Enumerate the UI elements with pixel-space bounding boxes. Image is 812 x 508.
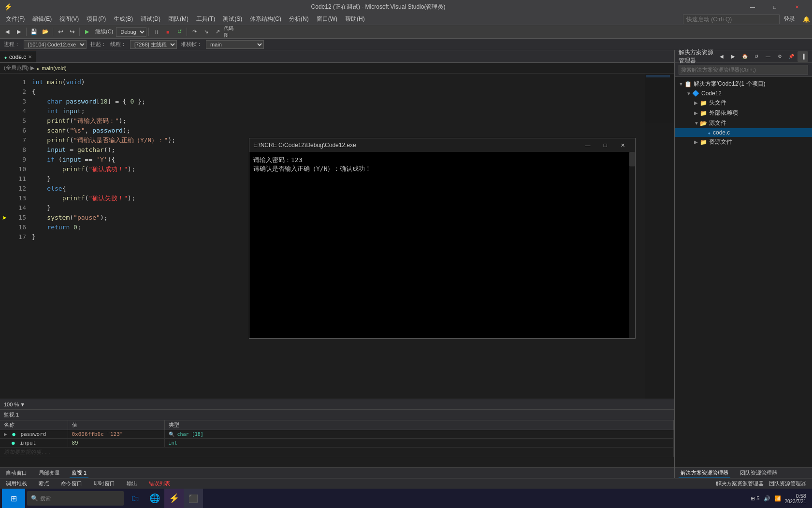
stack-label: 堆栈帧： <box>181 41 202 48</box>
taskbar-search-box[interactable]: 🔍 搜索 <box>27 491 124 506</box>
menu-project[interactable]: 项目(P) <box>83 14 110 25</box>
debug-tab-breakpoints[interactable]: 断点 <box>37 479 51 488</box>
menu-tools[interactable]: 工具(T) <box>192 14 219 25</box>
debug-tab-errors[interactable]: 错误列表 <box>147 479 172 488</box>
stack-dropdown[interactable]: main <box>206 40 264 49</box>
se-back-btn[interactable]: ◀ <box>716 51 727 62</box>
external-deps-label: 外部依赖项 <box>709 109 738 117</box>
se-close-btn[interactable]: — <box>763 51 773 62</box>
menu-analyze[interactable]: 分析(N) <box>285 14 313 25</box>
redo-button[interactable]: ↪ <box>67 27 77 37</box>
tree-solution-root[interactable]: ▼ 📋 解决方案'Code12'(1 个项目) <box>675 79 812 89</box>
process-dropdown[interactable]: [10104] Code12.exe <box>24 40 87 49</box>
menu-test[interactable]: 测试(S) <box>219 14 246 25</box>
debug-tab-immediate[interactable]: 即时窗口 <box>92 479 117 488</box>
watch-add-row[interactable]: 添加要监视的项... <box>0 448 674 457</box>
forward-button[interactable]: ▶ <box>14 27 24 37</box>
continue-button[interactable]: ▶ <box>82 27 92 37</box>
debug-right-se[interactable]: 解决方案资源管理器 <box>714 479 766 487</box>
menu-right: 登录 🔔 <box>683 15 810 24</box>
taskbar-explorer[interactable]: 🗂 <box>126 489 145 508</box>
terminal-close-btn[interactable]: ✕ <box>614 138 631 152</box>
tree-file-code-c[interactable]: ⬥ code.c <box>675 128 812 137</box>
se-pin-btn[interactable]: 📌 <box>786 51 797 62</box>
tab-team-explorer[interactable]: 团队资源管理器 <box>738 468 779 478</box>
close-button[interactable]: ✕ <box>786 0 808 14</box>
se-close2-btn[interactable]: ▐ <box>798 51 808 62</box>
restore-button[interactable]: □ <box>764 0 786 14</box>
menu-window[interactable]: 窗口(W) <box>313 14 341 25</box>
terminal-scrollbar-thumb[interactable] <box>629 152 635 166</box>
zoom-dropdown-btn[interactable]: ▼ <box>20 402 25 407</box>
taskbar-edge[interactable]: 🌐 <box>145 489 164 508</box>
step-out-button[interactable]: ↗ <box>212 27 223 37</box>
menu-debug[interactable]: 调试(D) <box>137 14 164 25</box>
menu-view[interactable]: 视图(V) <box>56 14 83 25</box>
code-c-label: code.c <box>713 129 730 136</box>
pause-button[interactable]: ⏸ <box>151 27 161 37</box>
taskbar-network[interactable]: 📶 <box>774 495 781 502</box>
start-button[interactable]: ⊞ <box>2 489 25 508</box>
code-map-button[interactable]: 代码图 <box>224 27 234 37</box>
tab-auto-window[interactable]: 自动窗口 <box>4 468 29 478</box>
quick-launch-input[interactable] <box>683 15 780 24</box>
save-button[interactable]: 💾 <box>29 27 39 37</box>
back-button[interactable]: ◀ <box>2 27 13 37</box>
tree-resource-files[interactable]: ▶ 📁 资源文件 <box>675 137 812 147</box>
taskbar-clock[interactable]: 0:58 2023/7/21 <box>785 493 807 504</box>
undo-button[interactable]: ↩ <box>55 27 66 37</box>
menu-edit[interactable]: 编辑(E) <box>29 14 56 25</box>
terminal-body[interactable]: 请输入密码：123 请确认是否输入正确（Y/N）：确认成功！ <box>249 152 635 338</box>
tree-header-files[interactable]: ▶ 📁 头文件 <box>675 98 812 108</box>
step-into-button[interactable]: ↘ <box>201 27 211 37</box>
debug-tab-callstack[interactable]: 调用堆栈 <box>4 479 29 488</box>
tree-expand-src[interactable]: ▼ <box>694 120 700 126</box>
watch-table[interactable]: 名称 值 类型 ▶ ● password 0x006ffb6c <box>0 420 674 467</box>
tree-expand-project[interactable]: ▼ <box>686 91 692 96</box>
tab-close-button[interactable]: ✕ <box>28 54 32 60</box>
debug-tab-command[interactable]: 命令窗口 <box>59 479 84 488</box>
tab-label: code.c <box>9 54 26 60</box>
thread-dropdown[interactable]: [7268] 主线程 <box>130 40 177 49</box>
watch-add-placeholder[interactable]: 添加要监视的项... <box>0 448 674 457</box>
tree-expand-solution[interactable]: ▼ <box>679 81 684 87</box>
tree-expand-res[interactable]: ▶ <box>694 139 700 145</box>
menu-build[interactable]: 生成(B) <box>110 14 137 25</box>
se-forward-btn[interactable]: ▶ <box>728 51 739 62</box>
expand-icon-1[interactable]: ▶ <box>4 431 7 437</box>
menu-help[interactable]: 帮助(H) <box>341 14 369 25</box>
open-button[interactable]: 📂 <box>40 27 51 37</box>
editor-tab-code-c[interactable]: ⬥ code.c ✕ <box>0 51 36 62</box>
tab-watch1[interactable]: 监视 1 <box>70 468 88 478</box>
taskbar-vs[interactable]: ⚡ <box>164 489 184 508</box>
debug-tab-output[interactable]: 输出 <box>125 479 139 488</box>
tree-project-code12[interactable]: ▼ 🔷 Code12 <box>675 89 812 98</box>
tree-expand-headers[interactable]: ▶ <box>694 100 700 105</box>
step-over-button[interactable]: ↷ <box>189 27 200 37</box>
se-home-btn[interactable]: 🏠 <box>740 51 750 62</box>
menu-arch[interactable]: 体系结构(C) <box>246 14 285 25</box>
tree-external-deps[interactable]: ▶ 📁 外部依赖项 <box>675 108 812 118</box>
debug-right-team[interactable]: 团队资源管理器 <box>767 479 808 487</box>
login-button[interactable]: 登录 <box>783 15 795 23</box>
restart-button[interactable]: ↺ <box>174 27 185 37</box>
stop-button[interactable]: ■ <box>162 27 173 37</box>
menu-file[interactable]: 文件(F) <box>2 14 29 25</box>
tree-source-files[interactable]: ▼ 📂 源文件 <box>675 118 812 128</box>
debug-config-dropdown[interactable]: Debug <box>116 27 146 37</box>
minimize-button[interactable]: — <box>741 0 764 14</box>
taskbar-cmd[interactable]: ⬛ <box>184 489 203 508</box>
tab-locals[interactable]: 局部变量 <box>37 468 62 478</box>
solution-search-input[interactable] <box>679 65 808 75</box>
watch-row1-search[interactable]: 🔍 <box>169 432 174 437</box>
notifications-icon[interactable]: 🔔 <box>803 16 810 23</box>
se-refresh-btn[interactable]: ↺ <box>751 51 762 62</box>
tab-solution-explorer[interactable]: 解决方案资源管理器 <box>679 468 730 478</box>
terminal-minimize-btn[interactable]: — <box>579 138 596 152</box>
se-settings-btn[interactable]: ⚙ <box>774 51 785 62</box>
tree-expand-ext[interactable]: ▶ <box>694 110 700 116</box>
menu-team[interactable]: 团队(M) <box>164 14 192 25</box>
terminal-restore-btn[interactable]: □ <box>596 138 614 152</box>
taskbar-sound[interactable]: 🔊 <box>764 495 770 502</box>
terminal-scrollbar[interactable] <box>629 152 635 338</box>
